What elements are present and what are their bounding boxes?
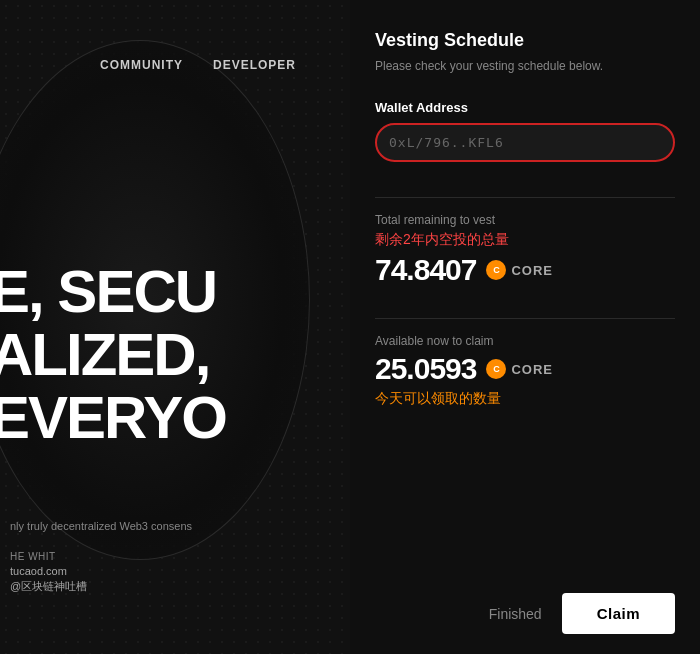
whitepaper-text: HE WHIT: [10, 551, 87, 562]
divider-2: [375, 318, 675, 319]
left-footer: HE WHIT tucaod.com @区块链神吐槽: [10, 551, 87, 594]
hero-line-1: E, SECU: [0, 260, 226, 323]
wallet-input[interactable]: [389, 129, 661, 156]
stat-value-1: 74.8407: [375, 253, 476, 287]
site-name: tucaod.com: [10, 565, 87, 577]
left-nav: COMMUNITY DEVELOPER: [100, 58, 296, 72]
nav-item-developer[interactable]: DEVELOPER: [213, 58, 296, 72]
panel-subtitle: Please check your vesting schedule below…: [375, 57, 675, 75]
bottom-footer: Finished Claim: [375, 593, 675, 634]
annotation-1: 剩余2年内空投的总量: [375, 231, 675, 249]
core-icon-2: C: [486, 359, 506, 379]
watermark: @区块链神吐槽: [10, 579, 87, 594]
right-panel: Vesting Schedule Please check your vesti…: [350, 0, 700, 654]
stat-section-2: Available now to claim 25.0593 C CORE 今天…: [375, 334, 675, 408]
nav-item-community[interactable]: COMMUNITY: [100, 58, 183, 72]
left-panel: COMMUNITY DEVELOPER E, SECU ALIZED, EVER…: [0, 0, 350, 654]
finished-label: Finished: [489, 606, 542, 622]
wallet-input-wrapper[interactable]: [375, 123, 675, 162]
stat-label-1: Total remaining to vest: [375, 213, 675, 227]
sub-text-section: nly truly decentralized Web3 consens: [10, 518, 192, 535]
sub-text: nly truly decentralized Web3 consens: [10, 518, 192, 535]
annotation-2: 今天可以领取的数量: [375, 390, 675, 408]
hero-line-3: EVERYO: [0, 386, 226, 449]
core-badge-2: C CORE: [486, 359, 553, 379]
core-badge-1: C CORE: [486, 260, 553, 280]
core-text-1: CORE: [511, 263, 553, 278]
core-text-2: CORE: [511, 362, 553, 377]
wallet-label: Wallet Address: [375, 100, 675, 115]
panel-title: Vesting Schedule: [375, 30, 675, 51]
stat-label-2: Available now to claim: [375, 334, 675, 348]
stat-section-1: Total remaining to vest 剩余2年内空投的总量 74.84…: [375, 213, 675, 291]
wallet-section: Wallet Address: [375, 100, 675, 162]
hero-text: E, SECU ALIZED, EVERYO: [0, 260, 226, 449]
hero-line-2: ALIZED,: [0, 323, 226, 386]
stat-value-row-2: 25.0593 C CORE: [375, 352, 675, 386]
divider-1: [375, 197, 675, 198]
stat-value-2: 25.0593: [375, 352, 476, 386]
claim-button[interactable]: Claim: [562, 593, 675, 634]
stat-value-row-1: 74.8407 C CORE: [375, 253, 675, 287]
core-icon-1: C: [486, 260, 506, 280]
